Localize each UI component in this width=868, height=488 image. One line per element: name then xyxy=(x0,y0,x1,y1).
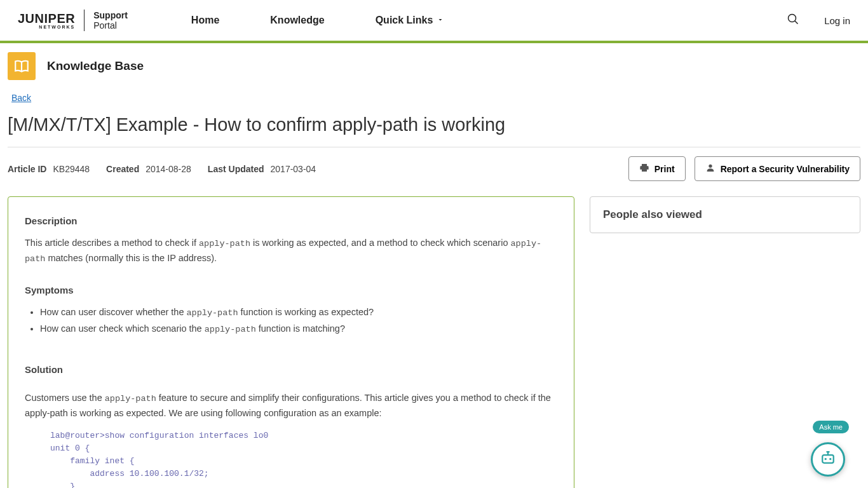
code-apply-path: apply-path xyxy=(105,394,156,403)
print-icon xyxy=(639,163,649,175)
brand-logo[interactable]: JUNIPER NETWORKS Support Portal xyxy=(18,10,128,31)
title-rule xyxy=(8,147,860,147)
chevron-down-icon xyxy=(437,15,444,26)
report-label: Report a Security Vulnerability xyxy=(721,164,850,174)
top-nav: JUNIPER NETWORKS Support Portal Home Kno… xyxy=(0,0,868,43)
svg-point-1 xyxy=(825,458,827,460)
print-label: Print xyxy=(654,164,675,174)
chat-button[interactable] xyxy=(811,442,845,477)
article-title: [M/MX/T/TX] Example - How to confirm app… xyxy=(8,114,860,135)
meta-created: Created2014-08-28 xyxy=(106,164,191,174)
kb-section-title: Knowledge Base xyxy=(47,59,144,73)
meta-row: Article IDKB29448 Created2014-08-28 Last… xyxy=(8,156,860,181)
article-meta: Article IDKB29448 Created2014-08-28 Last… xyxy=(8,164,316,174)
svg-point-2 xyxy=(829,458,831,460)
robot-icon xyxy=(818,449,837,470)
list-item: How can user check which scenario the ap… xyxy=(40,322,557,337)
portal-top: Support xyxy=(93,10,128,20)
symptoms-list: How can user discover whether the apply-… xyxy=(40,305,557,337)
nav-knowledge-label: Knowledge xyxy=(270,15,324,26)
report-vuln-button[interactable]: Report a Security Vulnerability xyxy=(695,156,860,181)
login-link[interactable]: Log in xyxy=(824,15,850,26)
search-icon[interactable] xyxy=(787,13,799,27)
nav-quick-links[interactable]: Quick Links xyxy=(376,15,445,26)
nav-knowledge[interactable]: Knowledge xyxy=(270,15,324,26)
person-icon xyxy=(705,163,715,175)
code-apply-path: apply-path xyxy=(187,308,238,318)
chat-tooltip: Ask me xyxy=(813,421,849,433)
sidebar-people-also-viewed: People also viewed xyxy=(590,196,860,233)
portal-bottom: Portal xyxy=(93,20,128,30)
svg-rect-0 xyxy=(822,455,834,463)
brand-name: JUNIPER xyxy=(18,11,75,25)
book-icon xyxy=(8,52,36,80)
logo-divider xyxy=(84,10,85,31)
solution-paragraph: Customers use the apply-path feature to … xyxy=(25,391,557,420)
article-body: Description This article describes a met… xyxy=(8,196,574,488)
nav-home[interactable]: Home xyxy=(191,15,219,26)
logo-juniper: JUNIPER NETWORKS xyxy=(18,12,75,29)
logo-support-portal: Support Portal xyxy=(93,10,128,30)
code-block: lab@router>show configuration interfaces… xyxy=(50,430,557,488)
sidebar-title: People also viewed xyxy=(603,208,847,221)
nav-quick-label: Quick Links xyxy=(376,15,433,26)
heading-description: Description xyxy=(25,214,557,228)
description-paragraph: This article describes a method to check… xyxy=(25,236,557,266)
heading-solution: Solution xyxy=(25,362,557,377)
brand-sub: NETWORKS xyxy=(18,25,75,29)
nav-home-label: Home xyxy=(191,15,219,26)
chat-assistant: Ask me xyxy=(811,442,845,477)
meta-updated: Last Updated2017-03-04 xyxy=(208,164,316,174)
back-link[interactable]: Back xyxy=(11,93,31,103)
primary-nav: Home Knowledge Quick Links xyxy=(191,15,445,26)
heading-symptoms: Symptoms xyxy=(25,283,557,297)
article-actions: Print Report a Security Vulnerability xyxy=(628,156,860,181)
print-button[interactable]: Print xyxy=(628,156,686,181)
code-apply-path: apply-path xyxy=(199,239,250,248)
meta-article-id: Article IDKB29448 xyxy=(8,164,90,174)
list-item: How can user discover whether the apply-… xyxy=(40,305,557,320)
code-apply-path: apply-path xyxy=(205,325,256,334)
kb-banner: Knowledge Base xyxy=(0,43,868,89)
